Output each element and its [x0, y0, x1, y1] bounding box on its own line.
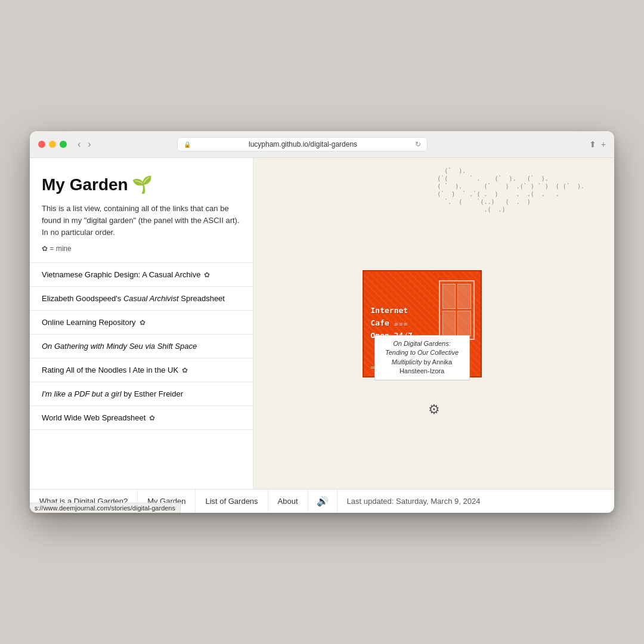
panel-header: My Garden 🌱 This is a list view, contain… — [30, 158, 253, 262]
new-tab-button[interactable]: + — [601, 140, 606, 149]
toolbar-right: ⬆ + — [589, 140, 606, 149]
forward-button[interactable]: › — [85, 138, 93, 151]
minimize-button[interactable] — [49, 141, 56, 148]
mine-icon: ✿ — [140, 318, 145, 327]
url-text: lucypham.github.io/digital-gardens — [194, 140, 411, 148]
reload-icon[interactable]: ↻ — [415, 140, 421, 148]
lock-icon: 🔒 — [184, 141, 191, 148]
mine-icon: ✿ — [182, 366, 188, 374]
window-pane — [457, 284, 471, 309]
garden-visual: Internet Cafe ☕☕☕ Open 24/7 == 0 On Digi… — [363, 270, 482, 377]
window-pane — [442, 284, 456, 309]
tab-about[interactable]: About — [268, 490, 308, 513]
fullscreen-button[interactable] — [60, 141, 67, 148]
browser-window: ‹ › 🔒 lucypham.github.io/digital-gardens… — [30, 131, 614, 513]
bottom-nav: What is a Digital Garden? My Garden List… — [30, 489, 614, 513]
panel-description: This is a list view, containing all of t… — [42, 203, 241, 239]
nav-buttons: ‹ › — [75, 138, 94, 151]
sound-button[interactable]: 🔊 — [308, 490, 338, 513]
list-item[interactable]: Vietnamese Graphic Design: A Casual Arch… — [30, 263, 253, 287]
last-updated: Last updated: Saturday, March 9, 2024 — [338, 490, 490, 513]
left-panel: My Garden 🌱 This is a list view, contain… — [30, 158, 253, 489]
gear-decoration: ⚙ — [428, 402, 440, 417]
link-list: Vietnamese Graphic Design: A Casual Arch… — [30, 262, 253, 430]
url-hint: s://www.deemjournal.com/stories/digital-… — [30, 503, 181, 513]
share-button[interactable]: ⬆ — [589, 140, 596, 149]
mine-icon: ✿ — [149, 414, 155, 422]
list-item[interactable]: Elizabeth Goodspeed's Casual Archivist S… — [30, 287, 253, 311]
address-bar[interactable]: 🔒 lucypham.github.io/digital-gardens ↻ — [177, 137, 428, 151]
list-item[interactable]: I'm like a PDF but a girl by Esther Frei… — [30, 382, 253, 406]
mine-icon: ✿ — [204, 271, 210, 279]
cafe-window — [439, 280, 475, 340]
list-item[interactable]: Online Learning Repository ✿ — [30, 311, 253, 335]
close-button[interactable] — [38, 141, 45, 148]
tooltip-box: On Digital Gardens: Tending to Our Colle… — [374, 335, 470, 380]
browser-toolbar: ‹ › 🔒 lucypham.github.io/digital-gardens… — [30, 131, 614, 158]
list-item[interactable]: World Wide Web Spreadsheet ✿ — [30, 406, 253, 430]
window-pane — [442, 311, 456, 336]
browser-content: My Garden 🌱 This is a list view, contain… — [30, 158, 614, 489]
list-item[interactable]: On Gathering with Mindy Seu via Shift Sp… — [30, 335, 253, 358]
sound-icon: 🔊 — [317, 496, 329, 506]
traffic-lights — [38, 141, 67, 148]
tab-list-of-gardens[interactable]: List of Gardens — [196, 490, 268, 513]
back-button[interactable]: ‹ — [75, 138, 83, 151]
right-panel: (` ). (`( ` . (` ). (` ). ( ` ). (` ) .(… — [253, 158, 614, 489]
list-item[interactable]: Rating All of the Noodles I Ate in the U… — [30, 358, 253, 382]
page-title: My Garden 🌱 — [42, 175, 241, 194]
mine-label: ✿ = mine — [42, 244, 241, 253]
window-pane — [457, 311, 471, 336]
ascii-art-clouds: (` ). (`( ` . (` ). (` ). ( ` ). (` ) .(… — [437, 167, 584, 213]
